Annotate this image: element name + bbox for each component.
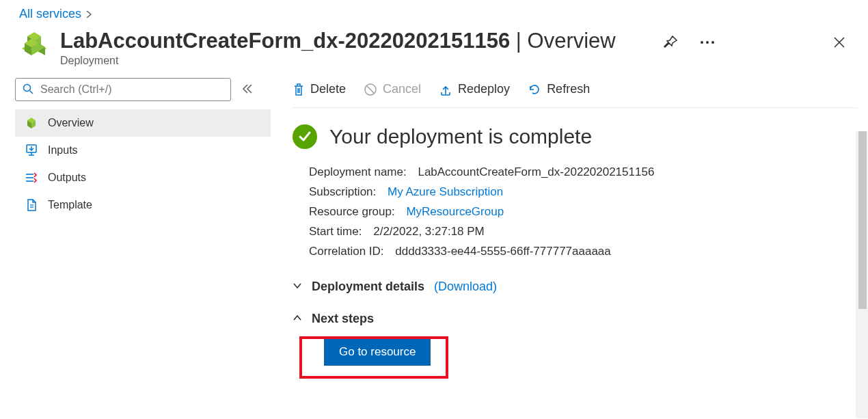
cancel-button: Cancel	[364, 82, 421, 96]
sidebar-item-label: Overview	[48, 117, 94, 129]
success-icon	[293, 124, 317, 149]
refresh-icon	[528, 83, 541, 96]
svg-point-13	[711, 41, 714, 44]
resource-type-icon	[19, 28, 49, 58]
resource-group-label: Resource group:	[309, 202, 395, 222]
refresh-button[interactable]: Refresh	[528, 82, 590, 96]
deployment-name-label: Deployment name:	[309, 163, 407, 183]
deployment-name-value: LabAccountCreateForm_dx-20220202151156	[418, 163, 654, 183]
sidebar: Overview Inputs Outputs	[0, 77, 271, 407]
download-link[interactable]: (Download)	[434, 280, 497, 294]
main-content: Delete Cancel Redeploy Refresh	[271, 77, 868, 407]
sidebar-item-label: Outputs	[48, 172, 86, 184]
svg-point-14	[24, 84, 31, 91]
resource-group-link[interactable]: MyResourceGroup	[406, 202, 504, 222]
breadcrumb: All services	[0, 0, 868, 24]
close-button[interactable]	[830, 33, 849, 52]
chevron-up-icon	[293, 312, 302, 326]
overview-icon	[25, 116, 38, 130]
page-subtitle: Deployment	[60, 55, 649, 67]
chevron-down-icon	[293, 280, 302, 294]
correlation-label: Correlation ID:	[309, 242, 384, 262]
collapse-sidebar-button[interactable]	[241, 81, 254, 98]
correlation-value: dddd3333-ee44-5555-66ff-777777aaaaaa	[395, 242, 610, 262]
redeploy-icon	[439, 83, 452, 96]
template-icon	[25, 198, 38, 212]
subscription-label: Subscription:	[309, 183, 376, 202]
breadcrumb-all-services[interactable]: All services	[19, 7, 81, 21]
subscription-link[interactable]: My Azure Subscription	[388, 183, 503, 202]
svg-point-11	[701, 41, 703, 44]
search-icon	[23, 83, 33, 96]
scrollbar-thumb[interactable]	[858, 131, 867, 309]
deployment-details-section[interactable]: Deployment details (Download)	[293, 280, 857, 294]
go-to-resource-button[interactable]: Go to resource	[324, 338, 431, 366]
svg-line-15	[30, 90, 33, 94]
sidebar-item-inputs[interactable]: Inputs	[15, 137, 271, 164]
inputs-icon	[25, 144, 38, 157]
start-time-label: Start time:	[309, 222, 362, 242]
sidebar-item-template[interactable]: Template	[15, 191, 271, 219]
page-title: LabAccountCreateForm_dx-20220202151156 |…	[60, 28, 649, 53]
chevron-right-icon	[85, 9, 92, 20]
svg-line-28	[367, 85, 375, 93]
outputs-icon	[25, 171, 38, 185]
command-bar: Delete Cancel Redeploy Refresh	[293, 78, 857, 108]
cancel-icon	[364, 83, 377, 96]
next-steps-section[interactable]: Next steps	[293, 312, 857, 326]
search-input[interactable]	[39, 83, 223, 96]
page-header: LabAccountCreateForm_dx-20220202151156 |…	[0, 24, 868, 77]
redeploy-button[interactable]: Redeploy	[439, 82, 510, 96]
search-input-wrap[interactable]	[15, 78, 231, 101]
sidebar-item-outputs[interactable]: Outputs	[15, 164, 271, 191]
sidebar-item-overview[interactable]: Overview	[15, 109, 271, 137]
more-button[interactable]	[697, 38, 718, 47]
trash-icon	[293, 83, 305, 96]
delete-button[interactable]: Delete	[293, 82, 346, 96]
sidebar-item-label: Template	[48, 199, 92, 211]
svg-point-12	[706, 41, 709, 44]
start-time-value: 2/2/2022, 3:27:18 PM	[373, 222, 485, 242]
status-heading: Your deployment is complete	[329, 125, 592, 148]
pin-button[interactable]	[660, 32, 681, 53]
deployment-details: Deployment name: LabAccountCreateForm_dx…	[309, 163, 857, 261]
scrollbar[interactable]	[856, 131, 868, 418]
sidebar-item-label: Inputs	[48, 144, 78, 157]
